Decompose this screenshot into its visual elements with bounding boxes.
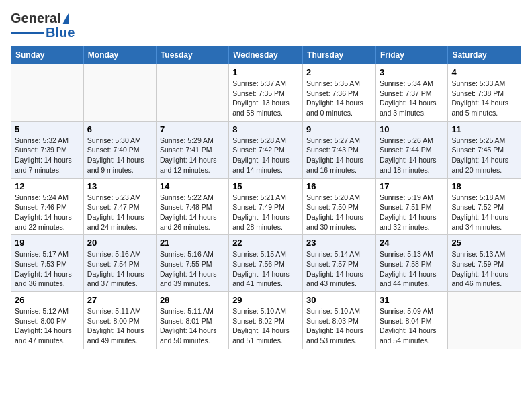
day-number: 3 (380, 67, 444, 77)
sunrise-info: Sunrise: 5:33 AM (451, 79, 505, 87)
daylight-hours: Daylight: 14 hours (306, 326, 363, 334)
day-info: Sunrise: 5:10 AMSunset: 8:03 PMDaylight:… (306, 306, 372, 346)
day-number: 21 (160, 238, 225, 248)
day-info: Sunrise: 5:22 AMSunset: 7:48 PMDaylight:… (160, 193, 225, 232)
sunset-info: Sunset: 7:55 PM (160, 260, 212, 268)
sunrise-info: Sunrise: 5:11 AM (87, 307, 141, 315)
calendar-cell: 17Sunrise: 5:19 AMSunset: 7:51 PMDayligh… (375, 178, 447, 235)
day-info-continuation: and 20 minutes. (451, 166, 502, 174)
day-info-continuation: and 3 minutes. (380, 109, 426, 117)
day-number: 11 (451, 124, 517, 134)
daylight-hours: Daylight: 14 hours (380, 156, 437, 164)
calendar-cell: 27Sunrise: 5:11 AMSunset: 8:00 PMDayligh… (83, 292, 156, 349)
day-number: 19 (15, 238, 80, 248)
sunset-info: Sunset: 8:03 PM (306, 317, 359, 325)
day-info-continuation: and 47 minutes. (15, 336, 65, 345)
sunset-info: Sunset: 7:59 PM (451, 260, 504, 268)
sunset-info: Sunset: 7:48 PM (160, 203, 212, 211)
day-info-continuation: and 12 minutes. (160, 166, 210, 174)
calendar-cell: 28Sunrise: 5:11 AMSunset: 8:01 PMDayligh… (156, 292, 228, 349)
day-info-continuation: and 32 minutes. (380, 223, 430, 231)
sunrise-info: Sunrise: 5:23 AM (87, 193, 141, 201)
daylight-hours: Daylight: 14 hours (160, 156, 217, 164)
calendar-cell: 12Sunrise: 5:24 AMSunset: 7:46 PMDayligh… (11, 178, 84, 235)
sunrise-info: Sunrise: 5:13 AM (380, 250, 433, 258)
sunset-info: Sunset: 7:41 PM (160, 146, 212, 154)
sunset-info: Sunset: 7:58 PM (380, 260, 432, 268)
sunset-info: Sunset: 7:44 PM (380, 146, 432, 154)
day-info: Sunrise: 5:37 AMSunset: 7:35 PMDaylight:… (232, 79, 299, 118)
day-number: 2 (306, 67, 372, 77)
day-info: Sunrise: 5:30 AMSunset: 7:40 PMDaylight:… (87, 136, 152, 175)
daylight-hours: Daylight: 14 hours (87, 326, 144, 334)
day-info-continuation: and 7 minutes. (15, 166, 61, 174)
header-saturday: Saturday (448, 46, 521, 64)
calendar-cell: 30Sunrise: 5:10 AMSunset: 8:03 PMDayligh… (303, 292, 376, 349)
sunrise-info: Sunrise: 5:11 AM (160, 307, 214, 315)
calendar-cell: 14Sunrise: 5:22 AMSunset: 7:48 PMDayligh… (156, 178, 228, 235)
sunset-info: Sunset: 7:37 PM (380, 89, 432, 97)
day-info: Sunrise: 5:09 AMSunset: 8:04 PMDaylight:… (380, 306, 444, 346)
day-info-continuation: and 0 minutes. (306, 109, 353, 117)
daylight-hours: Daylight: 14 hours (380, 326, 437, 334)
daylight-hours: Daylight: 14 hours (87, 156, 144, 164)
sunset-info: Sunset: 7:57 PM (306, 260, 359, 268)
sunset-info: Sunset: 7:45 PM (451, 146, 504, 154)
sunset-info: Sunset: 8:01 PM (160, 317, 212, 325)
calendar-cell (448, 292, 521, 349)
sunset-info: Sunset: 7:52 PM (451, 203, 504, 211)
calendar-cell: 18Sunrise: 5:18 AMSunset: 7:52 PMDayligh… (448, 178, 521, 235)
day-info-continuation: and 41 minutes. (232, 279, 283, 287)
calendar-cell (83, 64, 156, 122)
daylight-hours: Daylight: 14 hours (15, 326, 72, 334)
daylight-hours: Daylight: 14 hours (306, 270, 363, 278)
day-info-continuation: and 5 minutes. (451, 109, 498, 117)
sunset-info: Sunset: 7:39 PM (15, 146, 67, 154)
calendar-cell: 7Sunrise: 5:29 AMSunset: 7:41 PMDaylight… (156, 121, 228, 178)
day-number: 13 (87, 181, 152, 191)
calendar-cell: 29Sunrise: 5:10 AMSunset: 8:02 PMDayligh… (229, 292, 303, 349)
day-info: Sunrise: 5:13 AMSunset: 7:59 PMDaylight:… (451, 249, 517, 289)
sunrise-info: Sunrise: 5:34 AM (380, 79, 433, 87)
sunset-info: Sunset: 7:47 PM (87, 203, 140, 211)
header-tuesday: Tuesday (156, 46, 228, 64)
sunrise-info: Sunrise: 5:16 AM (160, 250, 214, 258)
sunrise-info: Sunrise: 5:19 AM (380, 193, 433, 201)
day-info: Sunrise: 5:12 AMSunset: 8:00 PMDaylight:… (15, 306, 80, 346)
day-info-continuation: and 58 minutes. (232, 109, 283, 117)
sunrise-info: Sunrise: 5:25 AM (451, 136, 505, 144)
day-info: Sunrise: 5:32 AMSunset: 7:39 PMDaylight:… (15, 136, 80, 175)
day-number: 16 (306, 181, 372, 191)
day-number: 9 (306, 124, 372, 134)
daylight-hours: Daylight: 14 hours (160, 270, 217, 278)
sunset-info: Sunset: 8:00 PM (87, 317, 140, 325)
day-info: Sunrise: 5:17 AMSunset: 7:53 PMDaylight:… (15, 249, 80, 289)
calendar-cell: 22Sunrise: 5:15 AMSunset: 7:56 PMDayligh… (229, 235, 303, 292)
daylight-hours: Daylight: 14 hours (306, 99, 363, 107)
calendar-cell: 16Sunrise: 5:20 AMSunset: 7:50 PMDayligh… (303, 178, 376, 235)
sunrise-info: Sunrise: 5:35 AM (306, 79, 360, 87)
calendar-cell: 3Sunrise: 5:34 AMSunset: 7:37 PMDaylight… (375, 64, 447, 122)
day-number: 29 (232, 295, 299, 305)
day-info: Sunrise: 5:18 AMSunset: 7:52 PMDaylight:… (451, 193, 517, 232)
day-info-continuation: and 9 minutes. (87, 166, 134, 174)
calendar-table: SundayMondayTuesdayWednesdayThursdayFrid… (11, 46, 521, 349)
day-info-continuation: and 30 minutes. (306, 223, 357, 231)
daylight-hours: Daylight: 14 hours (380, 213, 437, 221)
calendar-cell: 5Sunrise: 5:32 AMSunset: 7:39 PMDaylight… (11, 121, 84, 178)
daylight-hours: Daylight: 14 hours (451, 156, 508, 164)
sunset-info: Sunset: 7:36 PM (306, 89, 359, 97)
calendar-cell: 9Sunrise: 5:27 AMSunset: 7:43 PMDaylight… (303, 121, 376, 178)
day-info-continuation: and 14 minutes. (232, 166, 283, 174)
page-header: General Blue (11, 11, 521, 40)
week-row-5: 26Sunrise: 5:12 AMSunset: 8:00 PMDayligh… (11, 292, 521, 349)
calendar-cell: 6Sunrise: 5:30 AMSunset: 7:40 PMDaylight… (83, 121, 156, 178)
day-info-continuation: and 37 minutes. (87, 279, 138, 287)
daylight-hours: Daylight: 14 hours (380, 270, 437, 278)
day-info-continuation: and 26 minutes. (160, 223, 210, 231)
sunset-info: Sunset: 7:38 PM (451, 89, 504, 97)
sunrise-info: Sunrise: 5:17 AM (15, 250, 69, 258)
day-number: 27 (87, 295, 152, 305)
calendar-cell: 10Sunrise: 5:26 AMSunset: 7:44 PMDayligh… (375, 121, 447, 178)
day-info: Sunrise: 5:10 AMSunset: 8:02 PMDaylight:… (232, 306, 299, 346)
